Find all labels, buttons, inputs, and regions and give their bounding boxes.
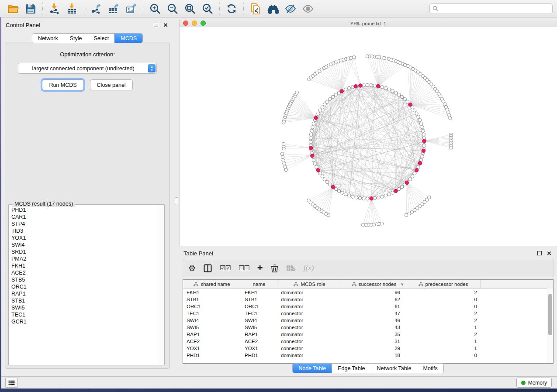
mcds-result-item[interactable]: CAR1: [11, 213, 158, 220]
mcds-dominator-node[interactable]: [314, 116, 318, 120]
network-node[interactable]: [282, 159, 285, 162]
network-node[interactable]: [321, 175, 324, 178]
network-node[interactable]: [377, 196, 381, 199]
network-node[interactable]: [283, 162, 286, 165]
window-zoom-icon[interactable]: [201, 21, 206, 26]
network-node[interactable]: [317, 112, 320, 115]
network-node[interactable]: [347, 194, 351, 197]
network-node[interactable]: [344, 88, 347, 91]
show-panels-button[interactable]: [5, 378, 18, 388]
mcds-result-item[interactable]: RAP1: [11, 290, 158, 297]
network-node[interactable]: [355, 196, 358, 199]
column-header-successor-nodes[interactable]: successor nodes∨: [342, 280, 406, 289]
network-node[interactable]: [281, 155, 284, 159]
mcds-result-item[interactable]: PMA2: [11, 255, 158, 262]
network-node[interactable]: [344, 193, 347, 196]
panel-splitter[interactable]: [173, 17, 179, 376]
network-node[interactable]: [337, 189, 341, 193]
network-node[interactable]: [422, 133, 426, 136]
table-row[interactable]: PHD1PHD1dominator180: [183, 352, 553, 359]
network-node[interactable]: [310, 129, 314, 133]
mcds-dominator-node[interactable]: [408, 103, 412, 107]
network-node[interactable]: [421, 155, 424, 158]
import-table-icon[interactable]: [65, 2, 79, 15]
network-node[interactable]: [321, 106, 324, 109]
network-node[interactable]: [373, 84, 377, 87]
find-icon[interactable]: [266, 2, 280, 15]
network-node[interactable]: [362, 83, 366, 87]
select-all-columns-icon[interactable]: ☑☑: [220, 264, 231, 272]
mcds-dominator-node[interactable]: [354, 85, 357, 88]
network-graph[interactable]: [180, 27, 557, 246]
mcds-result-item[interactable]: TID3: [11, 227, 158, 234]
network-node[interactable]: [384, 86, 387, 90]
network-node[interactable]: [315, 165, 318, 169]
column-header-shared-name[interactable]: shared name: [183, 280, 241, 289]
close-panel-icon[interactable]: ✕: [162, 22, 169, 28]
clone-network-icon[interactable]: [249, 2, 263, 15]
mcds-result-list[interactable]: PHD1CAR1STP4TID3YOX1SWI4SRD1PMA2FKH1ACE2…: [10, 206, 158, 364]
float-table-panel-icon[interactable]: [536, 250, 543, 256]
export-network-icon[interactable]: [89, 2, 103, 15]
mcds-dominator-node[interactable]: [359, 84, 362, 87]
table-mode-gear-icon[interactable]: ⚙: [188, 264, 196, 272]
tab-node-table[interactable]: Node Table: [293, 364, 332, 373]
table-row[interactable]: ACE2ACE2connector311: [183, 338, 553, 345]
mcds-dominator-node[interactable]: [370, 196, 373, 200]
mcds-result-item[interactable]: TEC1: [11, 311, 158, 318]
network-node[interactable]: [309, 137, 312, 140]
tab-select[interactable]: Select: [88, 34, 115, 43]
table-row[interactable]: TEC1TEC1connector472: [183, 310, 553, 317]
tab-mcds[interactable]: MCDS: [114, 34, 142, 43]
mcds-dominator-node[interactable]: [340, 89, 343, 93]
network-node[interactable]: [323, 178, 326, 181]
network-node[interactable]: [397, 187, 401, 191]
network-node[interactable]: [391, 191, 394, 195]
mcds-result-item[interactable]: FKH1: [11, 262, 158, 269]
network-node[interactable]: [362, 197, 366, 200]
splitter-handle[interactable]: [175, 197, 178, 205]
table-row[interactable]: FKH1FKH1dominator962: [183, 289, 553, 296]
zoom-out-icon[interactable]: [166, 2, 180, 15]
mcds-dominator-node[interactable]: [422, 149, 425, 152]
network-node[interactable]: [361, 223, 365, 227]
zoom-in-icon[interactable]: [148, 2, 162, 15]
table-row[interactable]: SWI5SWI5connector431: [183, 324, 553, 331]
network-window-titlebar[interactable]: YPA_prune.txt_1: [180, 20, 557, 28]
network-node[interactable]: [307, 199, 311, 203]
network-node[interactable]: [413, 109, 416, 112]
hide-selected-icon[interactable]: [284, 2, 298, 15]
network-node[interactable]: [381, 86, 384, 89]
network-node[interactable]: [284, 168, 288, 172]
network-node[interactable]: [328, 97, 332, 101]
network-node[interactable]: [318, 109, 322, 112]
memory-button[interactable]: Memory: [516, 378, 552, 388]
mcds-result-item[interactable]: SRD1: [11, 248, 158, 255]
mcds-list-scrollbar[interactable]: [159, 206, 163, 364]
deselect-all-columns-icon[interactable]: ☐☐: [239, 264, 249, 272]
network-node[interactable]: [400, 185, 404, 189]
close-table-panel-icon[interactable]: ✕: [546, 250, 553, 256]
network-node[interactable]: [406, 100, 409, 103]
mcds-result-item[interactable]: SWI4: [11, 241, 158, 248]
column-selector-icon[interactable]: [204, 264, 212, 272]
mcds-result-item[interactable]: SWI5: [11, 304, 158, 311]
network-node[interactable]: [341, 191, 344, 195]
network-node[interactable]: [366, 197, 369, 200]
search-input[interactable]: [440, 5, 550, 12]
mcds-dominator-node[interactable]: [311, 154, 314, 157]
network-node[interactable]: [422, 129, 425, 133]
network-node[interactable]: [384, 194, 387, 197]
network-node[interactable]: [413, 172, 416, 175]
sort-order-icon[interactable]: ∨: [401, 282, 404, 286]
window-minimize-icon[interactable]: [192, 21, 197, 26]
close-panel-button[interactable]: Close panel: [90, 79, 133, 90]
network-node[interactable]: [370, 83, 373, 87]
network-node[interactable]: [417, 115, 420, 119]
network-node[interactable]: [347, 86, 351, 90]
network-node[interactable]: [313, 162, 317, 165]
mcds-dominator-node[interactable]: [394, 189, 398, 193]
column-header-name[interactable]: name: [241, 280, 277, 289]
network-node[interactable]: [282, 142, 285, 146]
mcds-dominator-node[interactable]: [309, 146, 313, 149]
